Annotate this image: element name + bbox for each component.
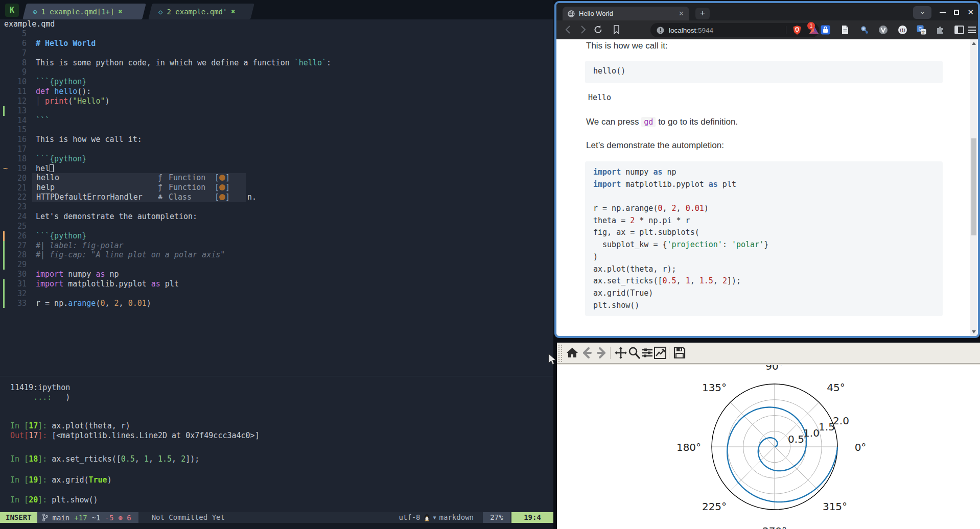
repl-line: 11419:ipython bbox=[10, 383, 70, 393]
editor-line: 14``` bbox=[0, 116, 553, 126]
site-info-icon[interactable] bbox=[657, 27, 664, 34]
tab-close-icon[interactable]: ✖ bbox=[119, 8, 123, 15]
home-icon[interactable] bbox=[566, 346, 579, 359]
figure-canvas[interactable]: 0°45°90°135°180°225°270°315°0.51.01.52.0 bbox=[557, 365, 980, 529]
new-tab-button[interactable]: + bbox=[695, 8, 710, 19]
svg-text:(i): (i) bbox=[900, 27, 905, 33]
page-content: This is how we call it: hello() Hello We… bbox=[556, 39, 978, 336]
editor-line: 16This is how we call it: bbox=[0, 135, 553, 145]
completion-item[interactable]: helloƒFunction[] bbox=[32, 173, 246, 183]
matplotlib-toolbar bbox=[557, 343, 980, 364]
editor-line: 25 bbox=[0, 222, 553, 231]
code-line: theta = 2 * np.pi * r bbox=[593, 215, 935, 227]
editor-line: 18```{python} bbox=[0, 154, 553, 164]
configure-subplots-icon[interactable] bbox=[641, 346, 654, 359]
svg-text:225°: 225° bbox=[702, 500, 727, 513]
editor-line: 15 bbox=[0, 125, 553, 135]
brave-shield-icon[interactable] bbox=[792, 25, 802, 35]
toolbar-grip[interactable] bbox=[558, 345, 562, 362]
editor-line: 8This is some python code, in which we d… bbox=[0, 58, 553, 68]
close-window-button[interactable]: ✕ bbox=[967, 8, 974, 17]
repl-line: Out[17]: [<matplotlib.lines.Line2D at 0x… bbox=[10, 431, 260, 441]
mouse-cursor bbox=[548, 353, 557, 366]
editor-line: 9 bbox=[0, 67, 553, 77]
code-output: Hello bbox=[588, 93, 611, 102]
browser-tab[interactable]: Hello World ✕ bbox=[563, 7, 689, 20]
repl-line: In [18]: ax.set_rticks([0.5, 1, 1.5, 2])… bbox=[10, 454, 199, 464]
paragraph: Let’s demonstrate the autompletion: bbox=[586, 140, 724, 151]
svg-text:1.0: 1.0 bbox=[803, 427, 820, 439]
save-icon[interactable] bbox=[673, 346, 686, 359]
tab-diamond-icon: ◇ bbox=[158, 8, 162, 16]
filetype-arrow-icon: ▼ bbox=[433, 512, 436, 523]
python-icon bbox=[219, 194, 225, 200]
editor-line: 12│ print("Hello") bbox=[0, 97, 553, 106]
pan-icon[interactable] bbox=[614, 346, 627, 359]
zoom-icon[interactable] bbox=[627, 346, 641, 359]
extensions-puzzle-icon[interactable] bbox=[936, 25, 945, 35]
winbar-filename: example.qmd bbox=[4, 19, 55, 29]
terminal-tabbar: K ⊙ 1 example.qmd[1+] ✖ ◇ 2 example.qmd'… bbox=[0, 0, 553, 19]
scrollbar[interactable] bbox=[970, 39, 977, 336]
forward-icon[interactable] bbox=[595, 346, 608, 359]
completion-item[interactable]: HTTPDefaultErrorHandler♣Class[] bbox=[32, 193, 246, 202]
autocomplete-popup[interactable]: helloƒFunction[]helpƒFunction[]HTTPDefau… bbox=[32, 173, 246, 202]
maximize-button[interactable] bbox=[954, 10, 959, 15]
editor-line: 33r = np.arange(0, 2, 0.01) bbox=[0, 299, 553, 308]
tab-example-qmd-2[interactable]: ◇ 2 example.qmd' ✖ bbox=[148, 4, 254, 19]
code-line bbox=[593, 190, 935, 203]
linux-penguin-icon bbox=[424, 514, 430, 521]
extension-document-icon[interactable] bbox=[840, 25, 850, 35]
editor-line: 28#| fig-cap: "A line plot on a polar ax… bbox=[0, 250, 553, 260]
editor-line: 23 bbox=[0, 202, 553, 212]
diagnostics-error-count: ⊗ 6 bbox=[118, 514, 131, 522]
code-line: import matplotlib.pyplot as plt bbox=[593, 179, 935, 191]
svg-text:90°: 90° bbox=[765, 365, 783, 372]
python-icon bbox=[219, 175, 225, 181]
editor-line: ~19hel bbox=[0, 164, 553, 174]
extension-vimium-icon[interactable] bbox=[878, 25, 888, 35]
tab-example-qmd-1[interactable]: ⊙ 1 example.qmd[1+] ✖ bbox=[22, 4, 146, 19]
tab-close-icon[interactable]: ✖ bbox=[231, 8, 235, 15]
browser-window: Hello World ✕ + ⌄ ✕ localhost:5944 bbox=[554, 1, 980, 338]
svg-text:315°: 315° bbox=[823, 500, 847, 513]
tab-search-button[interactable]: ⌄ bbox=[913, 6, 931, 19]
menu-hamburger-icon[interactable] bbox=[968, 27, 978, 36]
vim-statusline: INSERT main +17 ~1 -5 ⊗ 6 Not Committed … bbox=[0, 512, 553, 523]
code-line: subplot_kw = {'projection': 'polar'} bbox=[593, 239, 935, 251]
minimize-button[interactable] bbox=[940, 12, 946, 13]
editor-buffer[interactable]: 56# Hello World78This is some python cod… bbox=[0, 29, 553, 308]
forward-button[interactable] bbox=[578, 25, 588, 35]
back-button[interactable] bbox=[564, 25, 573, 35]
python-icon bbox=[219, 184, 225, 190]
code-line: ax.plot(theta, r); bbox=[593, 263, 935, 276]
svg-text:0°: 0° bbox=[855, 441, 867, 453]
mode-indicator: INSERT bbox=[0, 512, 37, 523]
address-bar[interactable]: localhost:5944 bbox=[650, 23, 819, 37]
extension-info-icon[interactable]: (i) bbox=[898, 25, 907, 35]
edit-axes-icon[interactable] bbox=[654, 346, 667, 359]
browser-toolbar: localhost:5944 1 (i) G文 bbox=[556, 20, 978, 39]
sidebar-toggle-icon[interactable] bbox=[954, 25, 964, 35]
scroll-up-arrow[interactable] bbox=[972, 42, 976, 45]
extension-translate-icon[interactable]: G文 bbox=[917, 25, 926, 35]
scroll-down-arrow[interactable] bbox=[972, 330, 976, 333]
reload-button[interactable] bbox=[593, 25, 603, 35]
back-icon[interactable] bbox=[580, 346, 594, 359]
svg-text:135°: 135° bbox=[702, 381, 727, 394]
scrollbar-thumb[interactable] bbox=[971, 138, 976, 235]
svg-text:180°: 180° bbox=[676, 441, 701, 453]
code-line: ax.set_rticks([0.5, 1, 1.5, 2]); bbox=[593, 275, 935, 287]
tab-close-icon[interactable]: ✕ bbox=[679, 10, 684, 17]
extension-search-icon[interactable] bbox=[859, 25, 869, 35]
editor-line: 30import numpy as np bbox=[0, 270, 553, 279]
completion-item[interactable]: helpƒFunction[] bbox=[32, 183, 246, 193]
bookmark-icon[interactable] bbox=[613, 25, 620, 35]
terminal-window: K ⊙ 1 example.qmd[1+] ✖ ◇ 2 example.qmd'… bbox=[0, 0, 553, 529]
svg-text:45°: 45° bbox=[827, 381, 845, 394]
editor-line: 5 bbox=[0, 29, 553, 39]
svg-text:0.5: 0.5 bbox=[788, 433, 804, 445]
code-line: fig, ax = plt.subplots( bbox=[593, 227, 935, 239]
code-line: ax.grid(True) bbox=[593, 287, 935, 300]
extension-shield-lock-icon[interactable] bbox=[821, 25, 830, 35]
